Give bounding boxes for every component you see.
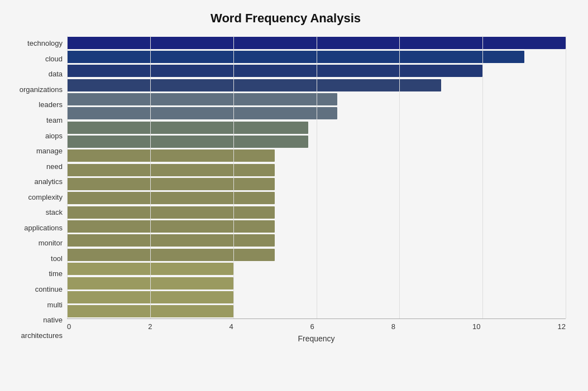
y-label: leaders	[39, 97, 63, 113]
bar-row	[67, 219, 566, 233]
bars-area	[67, 36, 566, 318]
bar	[67, 79, 441, 91]
x-tick: 2	[148, 322, 152, 331]
bar-row	[67, 134, 566, 148]
bar	[67, 234, 275, 247]
y-label: applications	[24, 220, 63, 236]
bar	[67, 305, 233, 317]
bar	[67, 277, 233, 289]
bar	[67, 206, 275, 219]
bar-row	[67, 177, 566, 191]
bar	[67, 37, 566, 49]
bar-row	[67, 205, 566, 219]
bar-row	[67, 262, 566, 276]
bar	[67, 192, 275, 204]
bar-row	[67, 36, 566, 50]
y-label: organizations	[20, 82, 63, 98]
x-tick: 0	[67, 322, 71, 331]
y-label: architectures	[21, 327, 63, 343]
y-label: multi	[47, 297, 63, 312]
y-label: analytics	[34, 174, 63, 190]
bar	[67, 65, 482, 77]
x-axis: 024681012	[67, 318, 566, 331]
bar-row	[67, 276, 566, 290]
bar-row	[67, 120, 566, 134]
x-axis-label: Frequency	[67, 334, 566, 343]
bar	[67, 263, 233, 275]
bar-row	[67, 234, 566, 248]
grid-line	[566, 36, 566, 318]
y-label: stack	[46, 205, 63, 220]
y-labels: technologyclouddataorganizationsleaderst…	[6, 36, 67, 343]
y-label: technology	[27, 36, 63, 51]
bar	[67, 107, 337, 119]
bar-row	[67, 290, 566, 304]
bar-row	[67, 149, 566, 163]
bar	[67, 136, 308, 148]
x-tick: 10	[472, 322, 480, 331]
x-tick: 12	[557, 322, 565, 331]
bar	[67, 291, 233, 303]
bar	[67, 51, 524, 63]
y-label: team	[46, 113, 63, 128]
bar-row	[67, 107, 566, 120]
y-label: tool	[51, 251, 63, 267]
y-label: continue	[35, 282, 63, 297]
bar-row	[67, 92, 566, 106]
bar	[67, 122, 308, 134]
bar	[67, 220, 275, 233]
y-label: complexity	[28, 189, 63, 205]
bar-row	[67, 305, 566, 318]
y-label: native	[43, 312, 63, 328]
bar	[67, 149, 275, 162]
bar-row	[67, 248, 566, 262]
chart-title: Word Frequency Analysis	[6, 11, 566, 26]
chart-area: technologyclouddataorganizationsleaderst…	[6, 36, 566, 343]
bar	[67, 249, 275, 261]
bar	[67, 164, 275, 176]
bar	[67, 178, 275, 190]
bar-row	[67, 78, 566, 92]
bar-row	[67, 163, 566, 177]
bar-row	[67, 191, 566, 205]
x-tick: 8	[391, 322, 395, 331]
bar-row	[67, 64, 566, 78]
x-tick: 4	[229, 322, 233, 331]
x-tick: 6	[310, 322, 314, 331]
bars-and-x: 024681012 Frequency	[67, 36, 566, 343]
y-label: data	[49, 66, 63, 82]
y-label: monitor	[39, 235, 63, 251]
y-label: manage	[36, 143, 63, 159]
bar	[67, 93, 337, 105]
bar-row	[67, 50, 566, 64]
y-label: aiops	[45, 128, 63, 143]
chart-container: Word Frequency Analysis technologycloudd…	[0, 0, 588, 391]
y-label: cloud	[45, 51, 63, 67]
y-label: need	[46, 158, 63, 174]
y-label: time	[49, 266, 63, 282]
